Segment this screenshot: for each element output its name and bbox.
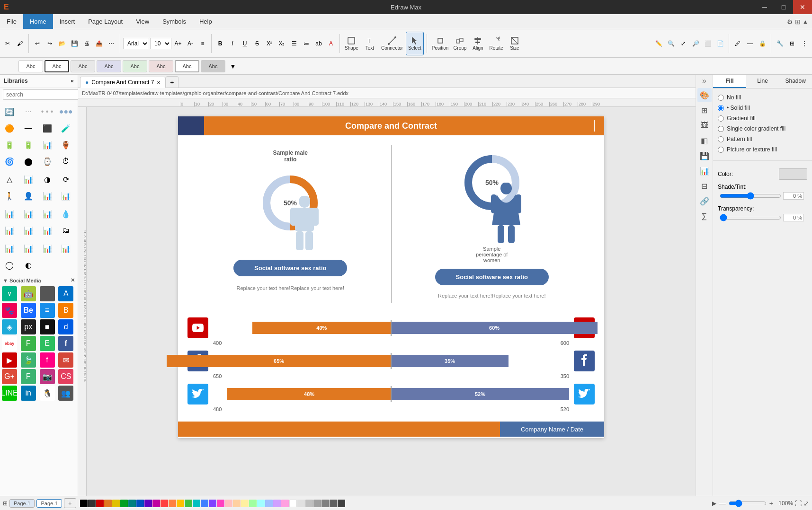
- pal-lt-pink[interactable]: [281, 500, 289, 507]
- format-button[interactable]: ⊞: [786, 38, 798, 49]
- cut-button[interactable]: ✂: [2, 38, 13, 49]
- grid-icon[interactable]: ⊞: [795, 18, 801, 26]
- sm-icon-people[interactable]: 👥: [58, 386, 73, 401]
- menu-file[interactable]: File: [0, 14, 23, 29]
- sm-icon-sketchfab[interactable]: ◈: [2, 319, 17, 334]
- lib-icon-22[interactable]: 👤: [21, 188, 36, 203]
- left-social-btn[interactable]: Social software sex ratio: [233, 260, 347, 276]
- lib-icon-24[interactable]: 📊: [58, 188, 73, 203]
- lib-icon-10[interactable]: 🔋: [21, 137, 36, 152]
- font-family-select[interactable]: Arial: [123, 38, 149, 49]
- sm-icon-gplus[interactable]: G+: [2, 369, 17, 384]
- menu-home[interactable]: Home: [23, 14, 53, 29]
- lib-icon-12[interactable]: 🏺: [58, 137, 73, 152]
- pen-button[interactable]: 🖊: [732, 38, 743, 49]
- font-size-select[interactable]: 10: [150, 38, 171, 49]
- text-color-button[interactable]: A: [325, 38, 337, 49]
- shade-slider[interactable]: [720, 192, 781, 200]
- pal-red2[interactable]: [161, 500, 168, 507]
- lib-icon-2[interactable]: ···: [21, 104, 36, 119]
- math-tool-button[interactable]: ∑: [697, 209, 712, 223]
- pal-gray5[interactable]: [330, 500, 337, 507]
- font-increase-button[interactable]: A+: [172, 38, 184, 49]
- lib-icon-1[interactable]: 🔄: [2, 104, 17, 119]
- select-button[interactable]: Select: [406, 32, 424, 55]
- color-picker[interactable]: [779, 168, 807, 180]
- shapes-tool-button[interactable]: ⊞: [697, 103, 712, 117]
- lib-icon-7[interactable]: ⬛: [40, 121, 55, 136]
- lib-icon-34[interactable]: 📊: [21, 241, 36, 256]
- image-tool-button[interactable]: 🖼: [697, 118, 712, 132]
- pattern-fill-option[interactable]: Pattern fill: [718, 134, 807, 144]
- no-fill-radio[interactable]: [718, 95, 724, 101]
- frame-button[interactable]: ⬜: [702, 38, 714, 49]
- fit-page-button[interactable]: ⛶: [795, 500, 802, 507]
- sm-icon-500px[interactable]: px: [21, 319, 36, 334]
- lib-icon-8[interactable]: 🧪: [58, 121, 73, 136]
- more-button[interactable]: ⋯: [106, 38, 117, 49]
- pal-teal1[interactable]: [128, 500, 136, 507]
- lib-icon-36[interactable]: 📊: [58, 241, 73, 256]
- sm-icon-blogger[interactable]: B: [58, 303, 73, 318]
- shape-button[interactable]: Shape: [343, 32, 360, 55]
- data-tool-button[interactable]: 💾: [697, 149, 712, 163]
- sm-icon-cs[interactable]: CS: [58, 369, 73, 384]
- style-expand-button[interactable]: ▼: [227, 62, 239, 70]
- shapes-mode-icon[interactable]: ⊞: [3, 500, 8, 507]
- properties-button[interactable]: 🔧: [774, 38, 785, 49]
- zoom-plus-button[interactable]: +: [768, 500, 774, 507]
- magic-pen-button[interactable]: ✏️: [653, 38, 664, 49]
- fullscreen-button[interactable]: ⤢: [803, 500, 809, 507]
- canvas[interactable]: Compare and Contract Sample maleratio: [87, 107, 696, 496]
- italic-button[interactable]: I: [227, 38, 238, 49]
- lib-icon-19[interactable]: ◑: [40, 172, 55, 187]
- pal-lt-orange[interactable]: [233, 500, 241, 507]
- pattern-fill-radio[interactable]: [718, 136, 724, 142]
- style-preset-3[interactable]: Abc: [71, 60, 95, 72]
- pal-yellow2[interactable]: [177, 500, 184, 507]
- lib-icon-15[interactable]: ⌚: [40, 154, 55, 169]
- pal-gray4[interactable]: [321, 500, 329, 507]
- pal-lt-yellow[interactable]: [241, 500, 249, 507]
- page-button[interactable]: 📄: [714, 38, 726, 49]
- align-shapes-button[interactable]: Align: [469, 32, 486, 55]
- line-tab[interactable]: Line: [746, 75, 779, 88]
- pal-lt-purple[interactable]: [273, 500, 281, 507]
- search-replace-button[interactable]: 🔍: [665, 38, 677, 49]
- pal-dark1[interactable]: [88, 500, 96, 507]
- lib-icon-38[interactable]: ◐: [21, 257, 36, 273]
- list-button[interactable]: ☰: [288, 38, 300, 49]
- strikethrough-button[interactable]: S: [251, 38, 263, 49]
- connector-button[interactable]: Connector: [379, 32, 405, 55]
- zoom-slider[interactable]: [729, 500, 767, 507]
- lib-icon-17[interactable]: △: [2, 172, 17, 187]
- menu-help[interactable]: Help: [193, 14, 219, 29]
- lib-icon-37[interactable]: ◯: [2, 257, 17, 273]
- sm-icon-mail[interactable]: ✉: [58, 352, 73, 368]
- lib-icon-9[interactable]: 🔋: [2, 137, 17, 152]
- settings-icon[interactable]: ⚙: [787, 18, 793, 26]
- menu-insert[interactable]: Insert: [53, 14, 82, 29]
- pal-yellow1[interactable]: [112, 500, 120, 507]
- sm-icon-buffer[interactable]: ≡: [40, 303, 55, 318]
- sm-icon-instagram[interactable]: 📷: [40, 369, 55, 384]
- lib-icon-29[interactable]: 📊: [2, 223, 17, 238]
- pal-green1[interactable]: [120, 500, 128, 507]
- expand-right-button[interactable]: »: [702, 77, 706, 85]
- pal-teal2[interactable]: [193, 500, 200, 507]
- group-button[interactable]: Group: [451, 32, 468, 55]
- font-decrease-button[interactable]: A-: [185, 38, 196, 49]
- pal-green2[interactable]: [185, 500, 192, 507]
- lib-icon-25[interactable]: 📊: [2, 206, 17, 221]
- pal-gray6[interactable]: [338, 500, 345, 507]
- pal-white[interactable]: [289, 500, 297, 507]
- page-tab-label[interactable]: Page-1: [9, 499, 35, 508]
- lib-icon-18[interactable]: 📊: [21, 172, 36, 187]
- add-tab-button[interactable]: +: [166, 76, 178, 88]
- solid-fill-option[interactable]: • Solid fill: [718, 103, 807, 113]
- redo-button[interactable]: ↪: [44, 38, 55, 49]
- play-button[interactable]: ▶: [712, 500, 716, 507]
- lib-icon-11[interactable]: 📊: [40, 137, 55, 152]
- export-button[interactable]: 📤: [93, 38, 105, 49]
- sm-icon-flickr[interactable]: f: [40, 352, 55, 368]
